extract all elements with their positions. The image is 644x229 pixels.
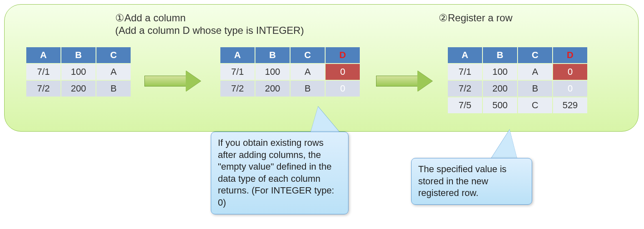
cell: 7/1	[220, 64, 255, 80]
cell: 7/2	[26, 81, 61, 97]
cell: 7/5	[448, 97, 482, 113]
cell: 200	[483, 81, 517, 97]
cell: 0	[553, 64, 587, 80]
table-row: 7/2200B	[26, 81, 131, 97]
column-header: C	[96, 47, 131, 63]
column-header: D	[553, 47, 587, 63]
cell: 100	[255, 64, 290, 80]
column-header: A	[220, 47, 255, 63]
table-before: ABC7/1100A7/2200B	[25, 46, 131, 97]
cell: 7/1	[448, 64, 482, 80]
callout-tail	[311, 107, 340, 132]
cell: C	[518, 97, 552, 113]
column-header: B	[483, 47, 517, 63]
callout-empty-value: If you obtain existing rows after adding…	[211, 132, 349, 214]
table-after-add-column: ABCD7/1100A07/2200B0	[220, 46, 361, 97]
column-header: B	[61, 47, 96, 63]
cell: B	[96, 81, 131, 97]
cell: 7/1	[26, 64, 61, 80]
cell: 7/2	[448, 81, 482, 97]
table-row: 7/1100A0	[448, 64, 587, 80]
table-row: 7/5500C529	[448, 97, 587, 113]
cell: A	[290, 64, 325, 80]
arrow-icon	[376, 71, 432, 92]
arrow-icon	[144, 71, 201, 92]
table-row: 7/2200B0	[448, 81, 587, 97]
callout-text: The specified value is stored in the new…	[418, 164, 507, 198]
cell: 200	[61, 81, 96, 97]
column-header: A	[448, 47, 482, 63]
column-header: A	[26, 47, 61, 63]
column-header: C	[518, 47, 552, 63]
cell: A	[96, 64, 131, 80]
cell: 500	[483, 97, 517, 113]
cell: 200	[255, 81, 290, 97]
cell: A	[518, 64, 552, 80]
callout-text: If you obtain existing rows after adding…	[218, 137, 334, 208]
column-header: B	[255, 47, 290, 63]
table-row: 7/2200B0	[220, 81, 360, 97]
column-header: C	[290, 47, 325, 63]
cell: 100	[483, 64, 517, 80]
cell: B	[518, 81, 552, 97]
cell: 529	[553, 97, 587, 113]
cell: 0	[553, 81, 587, 97]
cell: 0	[326, 64, 360, 80]
cell: 7/2	[220, 81, 255, 97]
step1-subtitle: (Add a column D whose type is INTEGER)	[115, 25, 304, 36]
cell: B	[290, 81, 325, 97]
cell: 100	[61, 64, 96, 80]
callout-new-row: The specified value is stored in the new…	[411, 158, 532, 205]
step1-title: ①Add a column	[115, 12, 186, 24]
table-after-register-row: ABCD7/1100A07/2200B07/5500C529	[447, 46, 588, 114]
step2-title: ②Register a row	[439, 12, 513, 24]
table-row: 7/1100A0	[220, 64, 360, 80]
callout-tail	[491, 130, 517, 159]
table-row: 7/1100A	[26, 64, 131, 80]
column-header: D	[326, 47, 360, 63]
cell: 0	[326, 81, 360, 97]
